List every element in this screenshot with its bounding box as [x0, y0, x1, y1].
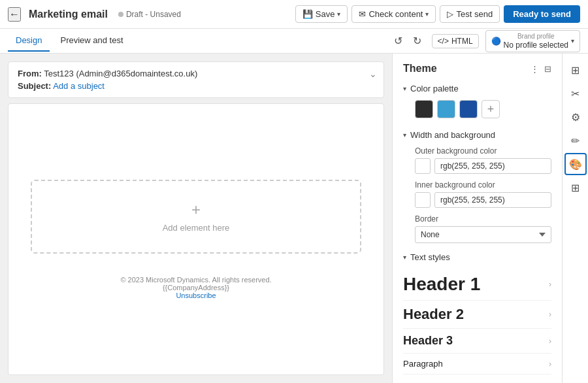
undo-button[interactable]: ↺: [390, 32, 406, 50]
editor-panel: From: Test123 (Admin@d365domaintest.co.u…: [0, 54, 392, 383]
brand-profile-value: No profile selected: [504, 41, 568, 50]
check-dropdown-arrow[interactable]: ▾: [425, 10, 429, 18]
side-icon-components[interactable]: ✂: [564, 82, 587, 105]
test-send-button[interactable]: ▷ Test send: [440, 5, 500, 23]
width-background-label: Width and background: [410, 130, 495, 140]
ready-to-send-button[interactable]: Ready to send: [504, 5, 580, 23]
add-element-area[interactable]: + Add element here: [31, 180, 361, 254]
redo-button[interactable]: ↻: [409, 32, 425, 50]
add-element-icon: +: [191, 201, 201, 219]
header2-chevron-right: ›: [549, 310, 551, 319]
check-icon: ✉: [359, 9, 366, 19]
header2-row[interactable]: Header 2 ›: [403, 301, 551, 329]
theme-header-icons: ⋮ ⊟: [531, 64, 551, 74]
footer-company: {{CompanyAddress}}: [120, 284, 271, 291]
outer-bg-row: [415, 158, 551, 174]
main-layout: From: Test123 (Admin@d365domaintest.co.u…: [0, 54, 588, 383]
chevron-down-icon-3: ▾: [403, 254, 406, 261]
paragraph-row[interactable]: Paragraph ›: [403, 354, 551, 375]
email-header-bar: From: Test123 (Admin@d365domaintest.co.u…: [8, 61, 384, 98]
subject-value[interactable]: Add a subject: [53, 81, 105, 91]
back-button[interactable]: ←: [8, 7, 21, 22]
theme-expand-icon[interactable]: ⊟: [544, 64, 551, 74]
chevron-down-icon-2: ▾: [403, 131, 406, 139]
header3-row[interactable]: Header 3 ›: [403, 329, 551, 354]
footer-unsubscribe[interactable]: Unsubscribe: [120, 291, 271, 299]
border-label: Border: [415, 214, 551, 224]
add-color-button[interactable]: +: [482, 100, 500, 118]
topbar: ← Marketing email Draft - Unsaved 💾 Save…: [0, 0, 588, 29]
draft-status: Draft - Unsaved: [126, 10, 181, 19]
subject-label: Subject:: [18, 81, 51, 91]
theme-header: Theme ⋮ ⊟: [403, 63, 551, 75]
outer-bg-input[interactable]: [434, 158, 551, 174]
side-icon-theme[interactable]: 🎨: [564, 153, 587, 175]
inner-bg-input[interactable]: [434, 192, 551, 208]
header1-row[interactable]: Header 1 ›: [403, 269, 551, 301]
save-dropdown-arrow[interactable]: ▾: [337, 10, 340, 18]
header1-chevron-right: ›: [549, 280, 551, 289]
send-icon: ▷: [447, 9, 453, 19]
from-value: Test123 (Admin@d365domaintest.co.uk): [44, 69, 197, 78]
header3-chevron-right: ›: [549, 337, 551, 346]
chevron-down-icon: ▾: [403, 85, 406, 92]
text-styles-label: Text styles: [410, 252, 450, 262]
side-icon-edit[interactable]: ✏: [564, 129, 587, 152]
inner-bg-row: [415, 192, 551, 208]
topbar-actions: 💾 Save ▾ ✉ Check content ▾ ▷ Test send R…: [295, 5, 580, 23]
inner-bg-label: Inner background color: [415, 180, 551, 190]
header1-label: Header 1: [403, 274, 480, 295]
draft-dot: [118, 12, 123, 17]
color-palette: +: [403, 100, 551, 118]
draft-badge: Draft - Unsaved: [118, 10, 181, 19]
header2-label: Header 2: [403, 306, 464, 323]
border-select[interactable]: None Solid Dashed: [415, 226, 551, 243]
theme-title: Theme: [403, 63, 437, 75]
toolbar-right: ↺ ↻ </> HTML 🔵 Brand profile No profile …: [390, 30, 580, 52]
paragraph-label: Paragraph: [403, 359, 443, 369]
toolbar: Design Preview and test ↺ ↻ </> HTML 🔵 B…: [0, 29, 588, 54]
width-background-section: Outer background color Inner background …: [403, 146, 551, 243]
outer-bg-label: Outer background color: [415, 146, 551, 156]
undo-redo: ↺ ↻: [390, 32, 425, 50]
subject-line: Subject: Add a subject: [18, 81, 374, 91]
brand-profile-button[interactable]: 🔵 Brand profile No profile selected ▾: [485, 30, 580, 52]
text-styles-section: Header 1 › Header 2 › Header 3 › Paragra…: [403, 269, 551, 375]
collapse-icon[interactable]: ⌄: [369, 69, 377, 79]
color-palette-toggle[interactable]: ▾ Color palette: [403, 84, 551, 93]
brand-icon: 🔵: [491, 37, 501, 46]
email-body: + Add element here © 2023 Microsoft Dyna…: [8, 103, 384, 375]
brand-dropdown-arrow[interactable]: ▾: [571, 37, 574, 44]
right-panel: Theme ⋮ ⊟ ▾ Color palette + ▾ Width a: [392, 54, 588, 383]
tab-design[interactable]: Design: [8, 30, 50, 52]
html-icon: </>: [438, 37, 449, 46]
save-button[interactable]: 💾 Save ▾: [295, 5, 348, 23]
color-swatch-dark[interactable]: [415, 100, 433, 118]
check-content-button[interactable]: ✉ Check content ▾: [351, 5, 436, 23]
footer-copyright: © 2023 Microsoft Dynamics. All rights re…: [120, 276, 271, 284]
inner-bg-preview[interactable]: [415, 192, 431, 208]
theme-panel: Theme ⋮ ⊟ ▾ Color palette + ▾ Width a: [393, 54, 562, 383]
html-button[interactable]: </> HTML: [432, 34, 479, 48]
header3-label: Header 3: [403, 334, 453, 348]
add-element-text: Add element here: [163, 223, 230, 233]
color-palette-label: Color palette: [410, 84, 459, 93]
save-icon: 💾: [302, 9, 313, 19]
email-footer: © 2023 Microsoft Dynamics. All rights re…: [120, 267, 271, 312]
outer-bg-preview[interactable]: [415, 158, 431, 174]
side-icon-rail: ⊞ ✂ ⚙ ✏ 🎨 ⊞: [562, 54, 588, 383]
from-label: From:: [18, 69, 42, 78]
color-swatch-blue-light[interactable]: [437, 100, 455, 118]
theme-menu-icon[interactable]: ⋮: [531, 64, 539, 74]
paragraph-chevron-right: ›: [549, 359, 551, 369]
side-icon-layers[interactable]: ⊞: [564, 176, 587, 199]
page-title: Marketing email: [29, 8, 108, 20]
color-swatch-blue-dark[interactable]: [459, 100, 478, 118]
tab-preview[interactable]: Preview and test: [52, 30, 131, 52]
brand-profile-label: Brand profile: [504, 33, 568, 41]
from-line: From: Test123 (Admin@d365domaintest.co.u…: [18, 69, 374, 78]
width-background-toggle[interactable]: ▾ Width and background: [403, 130, 551, 140]
text-styles-toggle[interactable]: ▾ Text styles: [403, 252, 551, 262]
side-icon-expand[interactable]: ⊞: [564, 59, 587, 81]
side-icon-settings[interactable]: ⚙: [564, 106, 587, 128]
